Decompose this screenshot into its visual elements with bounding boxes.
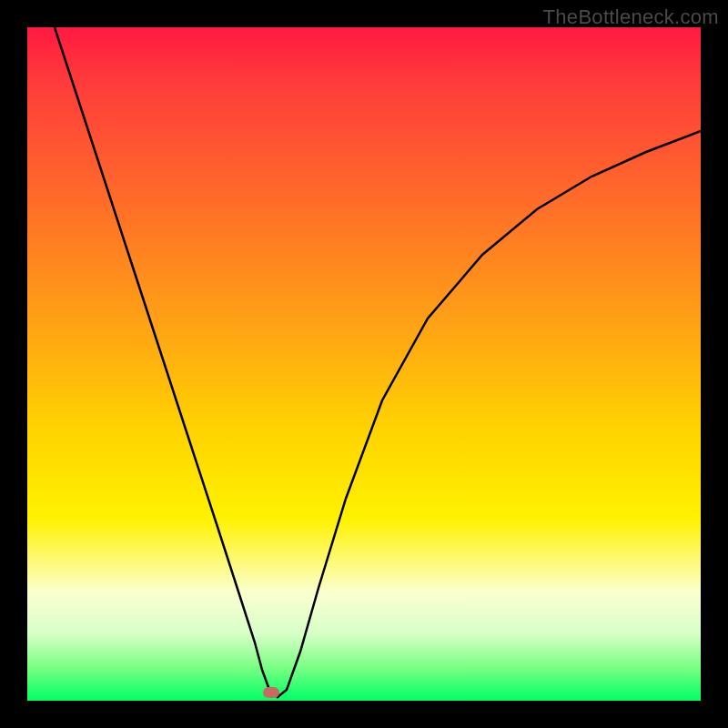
curve-path (55, 27, 701, 697)
watermark-text: TheBottleneck.com (543, 5, 719, 29)
bottleneck-curve (27, 27, 701, 701)
minimum-marker (263, 687, 279, 698)
